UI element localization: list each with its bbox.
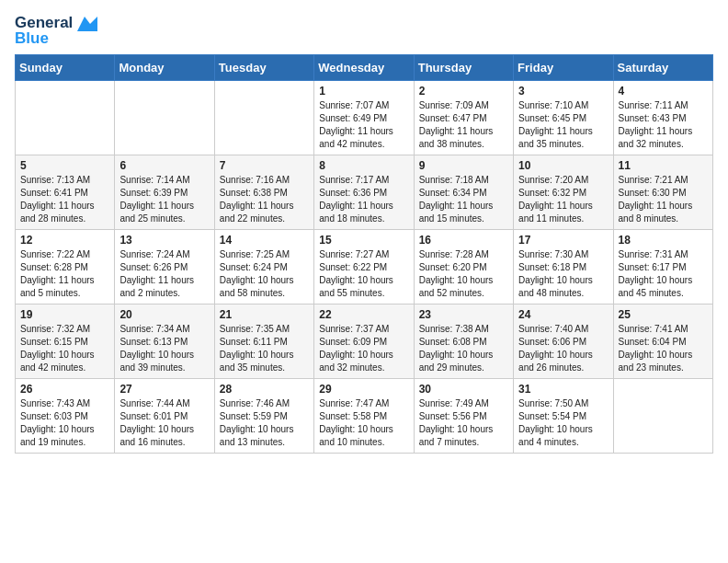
- day-info: Sunrise: 7:46 AM Sunset: 5:59 PM Dayligh…: [220, 397, 309, 449]
- day-cell: 30Sunrise: 7:49 AM Sunset: 5:56 PM Dayli…: [414, 379, 513, 454]
- day-info: Sunrise: 7:21 AM Sunset: 6:30 PM Dayligh…: [619, 174, 708, 225]
- logo-blue: Blue: [15, 30, 97, 48]
- day-info: Sunrise: 7:27 AM Sunset: 6:22 PM Dayligh…: [319, 248, 408, 300]
- day-info: Sunrise: 7:09 AM Sunset: 6:47 PM Dayligh…: [419, 99, 508, 151]
- day-cell: [115, 81, 214, 155]
- col-header-thursday: Thursday: [414, 55, 513, 81]
- day-cell: 31Sunrise: 7:50 AM Sunset: 5:54 PM Dayli…: [514, 379, 613, 454]
- day-cell: 10Sunrise: 7:20 AM Sunset: 6:32 PM Dayli…: [514, 155, 613, 230]
- day-info: Sunrise: 7:38 AM Sunset: 6:08 PM Dayligh…: [419, 323, 508, 374]
- day-cell: 7Sunrise: 7:16 AM Sunset: 6:38 PM Daylig…: [214, 155, 313, 230]
- day-number: 20: [119, 308, 209, 321]
- col-header-wednesday: Wednesday: [314, 55, 414, 81]
- day-cell: 24Sunrise: 7:40 AM Sunset: 6:06 PM Dayli…: [514, 304, 613, 379]
- day-number: 9: [419, 159, 508, 172]
- day-number: 21: [220, 308, 309, 321]
- day-cell: 12Sunrise: 7:22 AM Sunset: 6:28 PM Dayli…: [16, 230, 115, 304]
- day-cell: 23Sunrise: 7:38 AM Sunset: 6:08 PM Dayli…: [414, 304, 513, 379]
- day-info: Sunrise: 7:07 AM Sunset: 6:49 PM Dayligh…: [319, 99, 408, 151]
- day-cell: 11Sunrise: 7:21 AM Sunset: 6:30 PM Dayli…: [613, 155, 712, 230]
- day-info: Sunrise: 7:47 AM Sunset: 5:58 PM Dayligh…: [319, 397, 408, 449]
- day-number: 17: [518, 234, 608, 247]
- day-cell: 26Sunrise: 7:43 AM Sunset: 6:03 PM Dayli…: [16, 379, 115, 454]
- day-cell: 21Sunrise: 7:35 AM Sunset: 6:11 PM Dayli…: [214, 304, 313, 379]
- day-cell: [214, 81, 313, 155]
- day-cell: [613, 379, 712, 454]
- day-cell: 18Sunrise: 7:31 AM Sunset: 6:17 PM Dayli…: [613, 230, 712, 304]
- day-info: Sunrise: 7:10 AM Sunset: 6:45 PM Dayligh…: [518, 99, 608, 151]
- day-cell: 9Sunrise: 7:18 AM Sunset: 6:34 PM Daylig…: [414, 155, 513, 230]
- day-number: 4: [619, 85, 708, 98]
- day-info: Sunrise: 7:11 AM Sunset: 6:43 PM Dayligh…: [619, 99, 708, 151]
- day-info: Sunrise: 7:16 AM Sunset: 6:38 PM Dayligh…: [220, 174, 309, 225]
- day-number: 12: [20, 234, 109, 247]
- day-info: Sunrise: 7:34 AM Sunset: 6:13 PM Dayligh…: [119, 323, 209, 374]
- day-info: Sunrise: 7:25 AM Sunset: 6:24 PM Dayligh…: [220, 248, 309, 300]
- day-number: 31: [518, 383, 608, 396]
- col-header-friday: Friday: [514, 55, 613, 81]
- day-cell: 29Sunrise: 7:47 AM Sunset: 5:58 PM Dayli…: [314, 379, 414, 454]
- day-cell: 25Sunrise: 7:41 AM Sunset: 6:04 PM Dayli…: [613, 304, 712, 379]
- day-info: Sunrise: 7:32 AM Sunset: 6:15 PM Dayligh…: [20, 323, 109, 374]
- day-number: 22: [319, 308, 408, 321]
- day-cell: 13Sunrise: 7:24 AM Sunset: 6:26 PM Dayli…: [115, 230, 214, 304]
- day-cell: 22Sunrise: 7:37 AM Sunset: 6:09 PM Dayli…: [314, 304, 414, 379]
- day-info: Sunrise: 7:13 AM Sunset: 6:41 PM Dayligh…: [20, 174, 109, 225]
- day-number: 2: [419, 85, 508, 98]
- day-info: Sunrise: 7:50 AM Sunset: 5:54 PM Dayligh…: [518, 397, 608, 449]
- day-number: 13: [119, 234, 209, 247]
- col-header-sunday: Sunday: [16, 55, 115, 81]
- day-info: Sunrise: 7:30 AM Sunset: 6:18 PM Dayligh…: [518, 248, 608, 300]
- day-info: Sunrise: 7:37 AM Sunset: 6:09 PM Dayligh…: [319, 323, 408, 374]
- day-number: 1: [319, 85, 408, 98]
- day-number: 18: [619, 234, 708, 247]
- day-info: Sunrise: 7:28 AM Sunset: 6:20 PM Dayligh…: [419, 248, 508, 300]
- calendar-table: SundayMondayTuesdayWednesdayThursdayFrid…: [15, 54, 713, 454]
- day-cell: 3Sunrise: 7:10 AM Sunset: 6:45 PM Daylig…: [514, 81, 613, 155]
- day-cell: 5Sunrise: 7:13 AM Sunset: 6:41 PM Daylig…: [16, 155, 115, 230]
- day-number: 27: [119, 383, 209, 396]
- day-cell: 6Sunrise: 7:14 AM Sunset: 6:39 PM Daylig…: [115, 155, 214, 230]
- week-row-2: 5Sunrise: 7:13 AM Sunset: 6:41 PM Daylig…: [16, 155, 713, 230]
- day-cell: 8Sunrise: 7:17 AM Sunset: 6:36 PM Daylig…: [314, 155, 414, 230]
- day-info: Sunrise: 7:41 AM Sunset: 6:04 PM Dayligh…: [619, 323, 708, 374]
- day-info: Sunrise: 7:44 AM Sunset: 6:01 PM Dayligh…: [119, 397, 209, 449]
- week-row-4: 19Sunrise: 7:32 AM Sunset: 6:15 PM Dayli…: [16, 304, 713, 379]
- day-info: Sunrise: 7:22 AM Sunset: 6:28 PM Dayligh…: [20, 248, 109, 300]
- day-number: 23: [419, 308, 508, 321]
- day-number: 25: [619, 308, 708, 321]
- day-number: 24: [518, 308, 608, 321]
- day-info: Sunrise: 7:24 AM Sunset: 6:26 PM Dayligh…: [119, 248, 209, 300]
- day-info: Sunrise: 7:49 AM Sunset: 5:56 PM Dayligh…: [419, 397, 508, 449]
- day-number: 26: [20, 383, 109, 396]
- day-cell: 16Sunrise: 7:28 AM Sunset: 6:20 PM Dayli…: [414, 230, 513, 304]
- day-number: 3: [518, 85, 608, 98]
- day-number: 5: [20, 159, 109, 172]
- day-number: 11: [619, 159, 708, 172]
- day-number: 8: [319, 159, 408, 172]
- day-cell: 4Sunrise: 7:11 AM Sunset: 6:43 PM Daylig…: [613, 81, 712, 155]
- day-info: Sunrise: 7:35 AM Sunset: 6:11 PM Dayligh…: [220, 323, 309, 374]
- day-info: Sunrise: 7:17 AM Sunset: 6:36 PM Dayligh…: [319, 174, 408, 225]
- day-number: 28: [220, 383, 309, 396]
- day-info: Sunrise: 7:18 AM Sunset: 6:34 PM Dayligh…: [419, 174, 508, 225]
- day-number: 10: [518, 159, 608, 172]
- day-number: 15: [319, 234, 408, 247]
- day-cell: [16, 81, 115, 155]
- day-number: 30: [419, 383, 508, 396]
- week-row-3: 12Sunrise: 7:22 AM Sunset: 6:28 PM Dayli…: [16, 230, 713, 304]
- week-row-5: 26Sunrise: 7:43 AM Sunset: 6:03 PM Dayli…: [16, 379, 713, 454]
- day-info: Sunrise: 7:43 AM Sunset: 6:03 PM Dayligh…: [20, 397, 109, 449]
- day-info: Sunrise: 7:20 AM Sunset: 6:32 PM Dayligh…: [518, 174, 608, 225]
- svg-marker-0: [77, 17, 97, 31]
- col-header-saturday: Saturday: [613, 55, 712, 81]
- logo: General Blue: [15, 15, 97, 47]
- page-header: General Blue: [15, 15, 713, 47]
- week-row-1: 1Sunrise: 7:07 AM Sunset: 6:49 PM Daylig…: [16, 81, 713, 155]
- day-cell: 15Sunrise: 7:27 AM Sunset: 6:22 PM Dayli…: [314, 230, 414, 304]
- col-header-tuesday: Tuesday: [214, 55, 313, 81]
- day-number: 14: [220, 234, 309, 247]
- col-header-monday: Monday: [115, 55, 214, 81]
- day-cell: 14Sunrise: 7:25 AM Sunset: 6:24 PM Dayli…: [214, 230, 313, 304]
- day-number: 16: [419, 234, 508, 247]
